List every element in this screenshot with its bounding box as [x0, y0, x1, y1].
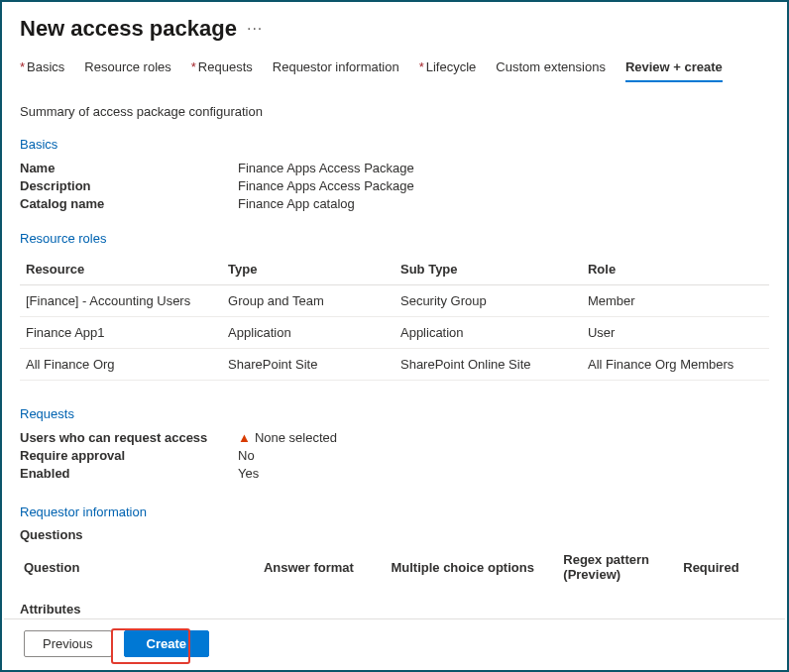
- basics-desc-label: Description: [20, 177, 238, 195]
- basics-name-label: Name: [20, 160, 238, 177]
- table-row: [Finance] - Accounting Users Group and T…: [20, 285, 769, 317]
- tab-resource-roles[interactable]: Resource roles: [84, 59, 170, 82]
- basics-catalog-value: Finance App catalog: [238, 195, 769, 213]
- resource-roles-table: Resource Type Sub Type Role [Finance] - …: [20, 254, 769, 381]
- cell-type: Application: [222, 317, 394, 349]
- wizard-footer: Previous Create: [4, 618, 785, 668]
- section-resources-heading: Resource roles: [20, 231, 769, 246]
- requests-enabled-label: Enabled: [20, 465, 238, 483]
- tab-lifecycle[interactable]: *Lifecycle: [419, 59, 477, 82]
- requests-enabled-value: Yes: [238, 465, 769, 483]
- table-row: Finance App1 Application Application Use…: [20, 317, 769, 349]
- col-required: Required: [679, 546, 769, 588]
- cell-resource: All Finance Org: [20, 349, 222, 381]
- tab-custom-extensions[interactable]: Custom extensions: [496, 59, 606, 82]
- more-actions-button[interactable]: ···: [247, 20, 263, 38]
- summary-text: Summary of access package configuration: [20, 104, 769, 119]
- section-requestor-info-heading: Requestor information: [20, 504, 769, 519]
- col-type: Type: [222, 254, 394, 285]
- requests-approval-value: No: [238, 447, 769, 465]
- section-basics-heading: Basics: [20, 137, 769, 152]
- cell-type: Group and Team: [222, 285, 394, 317]
- questions-table: Question Answer format Multiple choice o…: [20, 546, 769, 588]
- warning-icon: ▲: [238, 430, 251, 445]
- tab-requestor-info-label: Requestor information: [273, 59, 399, 74]
- cell-type: SharePoint Site: [222, 349, 394, 381]
- tab-lifecycle-label: Lifecycle: [426, 59, 477, 74]
- tab-review-create[interactable]: Review + create: [625, 59, 723, 82]
- col-regex: Regex pattern (Preview): [559, 546, 679, 588]
- cell-resource: Finance App1: [20, 317, 222, 349]
- cell-role: All Finance Org Members: [582, 349, 769, 381]
- tab-custom-extensions-label: Custom extensions: [496, 59, 606, 74]
- requests-who-label: Users who can request access: [20, 429, 238, 447]
- tab-basics[interactable]: *Basics: [20, 59, 64, 82]
- section-requests-heading: Requests: [20, 406, 769, 421]
- col-question: Question: [20, 546, 260, 588]
- col-resource: Resource: [20, 254, 222, 285]
- requests-who-value: None selected: [255, 430, 337, 445]
- col-answer-format: Answer format: [260, 546, 388, 588]
- attributes-label: Attributes: [20, 602, 769, 616]
- tab-review-create-label: Review + create: [625, 59, 723, 74]
- tab-basics-label: Basics: [27, 59, 64, 74]
- cell-subtype: Application: [394, 317, 582, 349]
- wizard-tabs: *Basics Resource roles *Requests Request…: [20, 59, 769, 82]
- tab-requests[interactable]: *Requests: [191, 59, 253, 82]
- cell-role: User: [582, 317, 769, 349]
- col-role: Role: [582, 254, 769, 285]
- questions-label: Questions: [20, 527, 769, 542]
- previous-button[interactable]: Previous: [24, 630, 112, 657]
- page-title: New access package: [20, 16, 237, 42]
- table-row: All Finance Org SharePoint Site SharePoi…: [20, 349, 769, 381]
- tab-requestor-info[interactable]: Requestor information: [273, 59, 399, 82]
- col-multiple-choice: Multiple choice options: [387, 546, 559, 588]
- cell-subtype: SharePoint Online Site: [394, 349, 582, 381]
- cell-role: Member: [582, 285, 769, 317]
- cell-resource: [Finance] - Accounting Users: [20, 285, 222, 317]
- col-subtype: Sub Type: [394, 254, 582, 285]
- create-button[interactable]: Create: [124, 630, 209, 657]
- basics-catalog-label: Catalog name: [20, 195, 238, 213]
- requests-approval-label: Require approval: [20, 447, 238, 465]
- basics-name-value: Finance Apps Access Package: [238, 160, 769, 177]
- basics-desc-value: Finance Apps Access Package: [238, 177, 769, 195]
- tab-resource-roles-label: Resource roles: [84, 59, 170, 74]
- cell-subtype: Security Group: [394, 285, 582, 317]
- tab-requests-label: Requests: [198, 59, 253, 74]
